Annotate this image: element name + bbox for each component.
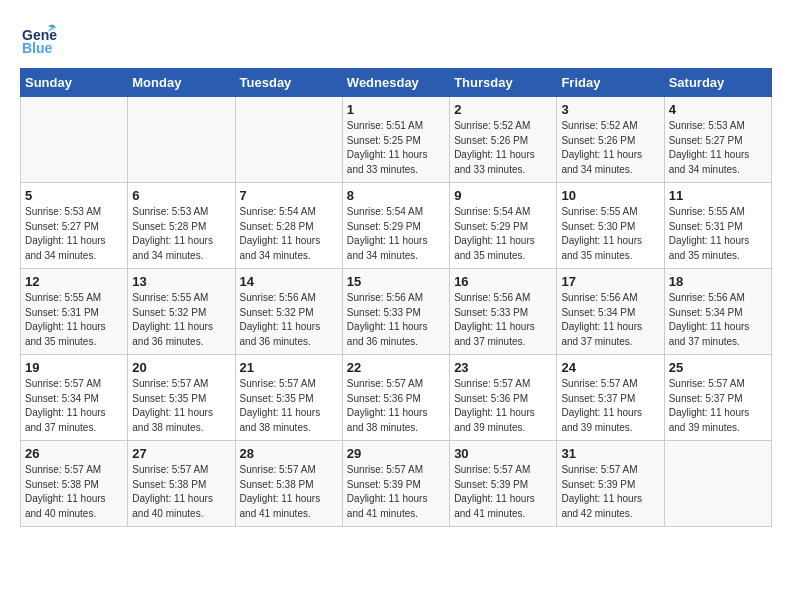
calendar-cell: 1Sunrise: 5:51 AM Sunset: 5:25 PM Daylig… [342,97,449,183]
calendar-cell [235,97,342,183]
day-info: Sunrise: 5:52 AM Sunset: 5:26 PM Dayligh… [561,119,659,177]
day-number: 20 [132,360,230,375]
calendar-cell: 15Sunrise: 5:56 AM Sunset: 5:33 PM Dayli… [342,269,449,355]
calendar-cell: 21Sunrise: 5:57 AM Sunset: 5:35 PM Dayli… [235,355,342,441]
day-number: 16 [454,274,552,289]
day-number: 3 [561,102,659,117]
day-number: 14 [240,274,338,289]
day-number: 17 [561,274,659,289]
day-number: 26 [25,446,123,461]
day-number: 18 [669,274,767,289]
day-number: 25 [669,360,767,375]
svg-text:Blue: Blue [22,40,53,56]
day-info: Sunrise: 5:57 AM Sunset: 5:38 PM Dayligh… [240,463,338,521]
day-header-friday: Friday [557,69,664,97]
day-number: 4 [669,102,767,117]
day-number: 29 [347,446,445,461]
calendar-cell: 29Sunrise: 5:57 AM Sunset: 5:39 PM Dayli… [342,441,449,527]
day-number: 30 [454,446,552,461]
day-number: 22 [347,360,445,375]
calendar-cell: 4Sunrise: 5:53 AM Sunset: 5:27 PM Daylig… [664,97,771,183]
day-info: Sunrise: 5:57 AM Sunset: 5:39 PM Dayligh… [347,463,445,521]
calendar-cell: 9Sunrise: 5:54 AM Sunset: 5:29 PM Daylig… [450,183,557,269]
day-header-tuesday: Tuesday [235,69,342,97]
day-info: Sunrise: 5:53 AM Sunset: 5:28 PM Dayligh… [132,205,230,263]
day-header-wednesday: Wednesday [342,69,449,97]
day-info: Sunrise: 5:57 AM Sunset: 5:38 PM Dayligh… [25,463,123,521]
calendar-cell: 24Sunrise: 5:57 AM Sunset: 5:37 PM Dayli… [557,355,664,441]
day-info: Sunrise: 5:57 AM Sunset: 5:37 PM Dayligh… [561,377,659,435]
day-header-sunday: Sunday [21,69,128,97]
calendar-cell: 16Sunrise: 5:56 AM Sunset: 5:33 PM Dayli… [450,269,557,355]
day-number: 28 [240,446,338,461]
calendar-cell: 6Sunrise: 5:53 AM Sunset: 5:28 PM Daylig… [128,183,235,269]
day-number: 15 [347,274,445,289]
day-info: Sunrise: 5:57 AM Sunset: 5:35 PM Dayligh… [132,377,230,435]
day-info: Sunrise: 5:56 AM Sunset: 5:34 PM Dayligh… [669,291,767,349]
calendar-cell: 7Sunrise: 5:54 AM Sunset: 5:28 PM Daylig… [235,183,342,269]
calendar-cell: 17Sunrise: 5:56 AM Sunset: 5:34 PM Dayli… [557,269,664,355]
day-info: Sunrise: 5:52 AM Sunset: 5:26 PM Dayligh… [454,119,552,177]
day-info: Sunrise: 5:57 AM Sunset: 5:37 PM Dayligh… [669,377,767,435]
calendar-cell: 25Sunrise: 5:57 AM Sunset: 5:37 PM Dayli… [664,355,771,441]
day-header-thursday: Thursday [450,69,557,97]
day-info: Sunrise: 5:51 AM Sunset: 5:25 PM Dayligh… [347,119,445,177]
calendar-cell: 10Sunrise: 5:55 AM Sunset: 5:30 PM Dayli… [557,183,664,269]
calendar-cell: 18Sunrise: 5:56 AM Sunset: 5:34 PM Dayli… [664,269,771,355]
calendar-header-row: SundayMondayTuesdayWednesdayThursdayFrid… [21,69,772,97]
day-info: Sunrise: 5:54 AM Sunset: 5:29 PM Dayligh… [454,205,552,263]
calendar-cell [21,97,128,183]
day-info: Sunrise: 5:57 AM Sunset: 5:38 PM Dayligh… [132,463,230,521]
day-info: Sunrise: 5:57 AM Sunset: 5:36 PM Dayligh… [347,377,445,435]
day-number: 13 [132,274,230,289]
day-number: 5 [25,188,123,203]
page-header: General Blue [20,20,772,58]
day-number: 9 [454,188,552,203]
day-number: 24 [561,360,659,375]
day-number: 8 [347,188,445,203]
calendar-cell: 26Sunrise: 5:57 AM Sunset: 5:38 PM Dayli… [21,441,128,527]
day-info: Sunrise: 5:57 AM Sunset: 5:39 PM Dayligh… [561,463,659,521]
calendar-table: SundayMondayTuesdayWednesdayThursdayFrid… [20,68,772,527]
week-row-2: 5Sunrise: 5:53 AM Sunset: 5:27 PM Daylig… [21,183,772,269]
calendar-cell: 19Sunrise: 5:57 AM Sunset: 5:34 PM Dayli… [21,355,128,441]
day-number: 2 [454,102,552,117]
day-info: Sunrise: 5:55 AM Sunset: 5:30 PM Dayligh… [561,205,659,263]
day-number: 23 [454,360,552,375]
day-number: 1 [347,102,445,117]
day-number: 31 [561,446,659,461]
calendar-cell: 5Sunrise: 5:53 AM Sunset: 5:27 PM Daylig… [21,183,128,269]
day-number: 10 [561,188,659,203]
day-number: 7 [240,188,338,203]
calendar-cell: 23Sunrise: 5:57 AM Sunset: 5:36 PM Dayli… [450,355,557,441]
calendar-cell: 11Sunrise: 5:55 AM Sunset: 5:31 PM Dayli… [664,183,771,269]
day-number: 6 [132,188,230,203]
day-number: 11 [669,188,767,203]
day-info: Sunrise: 5:55 AM Sunset: 5:31 PM Dayligh… [669,205,767,263]
calendar-cell: 13Sunrise: 5:55 AM Sunset: 5:32 PM Dayli… [128,269,235,355]
day-header-monday: Monday [128,69,235,97]
day-info: Sunrise: 5:54 AM Sunset: 5:29 PM Dayligh… [347,205,445,263]
calendar-cell [128,97,235,183]
calendar-cell: 8Sunrise: 5:54 AM Sunset: 5:29 PM Daylig… [342,183,449,269]
day-number: 21 [240,360,338,375]
day-info: Sunrise: 5:56 AM Sunset: 5:33 PM Dayligh… [347,291,445,349]
calendar-cell [664,441,771,527]
logo-icon: General Blue [20,20,58,58]
calendar-cell: 20Sunrise: 5:57 AM Sunset: 5:35 PM Dayli… [128,355,235,441]
day-info: Sunrise: 5:56 AM Sunset: 5:34 PM Dayligh… [561,291,659,349]
day-info: Sunrise: 5:57 AM Sunset: 5:36 PM Dayligh… [454,377,552,435]
calendar-cell: 31Sunrise: 5:57 AM Sunset: 5:39 PM Dayli… [557,441,664,527]
calendar-cell: 30Sunrise: 5:57 AM Sunset: 5:39 PM Dayli… [450,441,557,527]
day-info: Sunrise: 5:54 AM Sunset: 5:28 PM Dayligh… [240,205,338,263]
day-info: Sunrise: 5:57 AM Sunset: 5:39 PM Dayligh… [454,463,552,521]
calendar-cell: 2Sunrise: 5:52 AM Sunset: 5:26 PM Daylig… [450,97,557,183]
calendar-cell: 3Sunrise: 5:52 AM Sunset: 5:26 PM Daylig… [557,97,664,183]
day-info: Sunrise: 5:53 AM Sunset: 5:27 PM Dayligh… [669,119,767,177]
calendar-body: 1Sunrise: 5:51 AM Sunset: 5:25 PM Daylig… [21,97,772,527]
day-number: 12 [25,274,123,289]
day-header-saturday: Saturday [664,69,771,97]
calendar-cell: 28Sunrise: 5:57 AM Sunset: 5:38 PM Dayli… [235,441,342,527]
day-number: 27 [132,446,230,461]
day-info: Sunrise: 5:56 AM Sunset: 5:33 PM Dayligh… [454,291,552,349]
